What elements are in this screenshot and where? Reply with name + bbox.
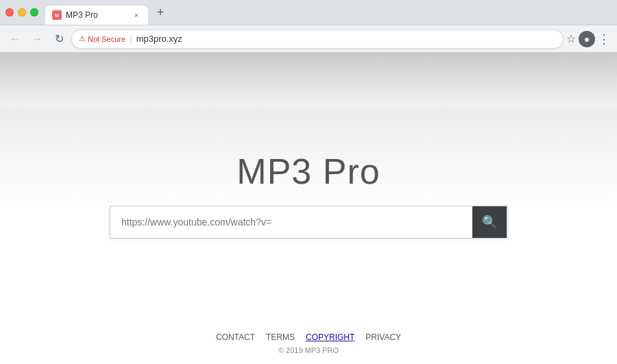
traffic-lights — [5, 8, 38, 16]
reload-button[interactable]: ↻ — [49, 29, 69, 49]
footer-link-terms[interactable]: TERMS — [266, 332, 295, 342]
title-bar: M MP3 Pro × + — [0, 0, 617, 25]
profile-icon: ● — [584, 34, 590, 45]
close-window-button[interactable] — [5, 8, 14, 16]
footer-link-privacy[interactable]: PRIVACY — [365, 332, 401, 342]
address-bar: ← → ↻ ⚠ Not Secure | mp3pro.xyz ☆ ● ⋮ — [0, 25, 617, 52]
forward-icon: → — [32, 33, 43, 45]
tab-bar: M MP3 Pro × + — [45, 0, 612, 25]
warning-icon: ⚠ — [79, 34, 86, 43]
not-secure-label: Not Secure — [88, 35, 125, 43]
footer-copyright: © 2019 MP3 PRO — [278, 346, 339, 354]
tab-favicon: M — [52, 10, 62, 20]
menu-button[interactable]: ⋮ — [598, 32, 612, 47]
main-content: MP3 Pro 🔍 — [110, 151, 507, 239]
reload-icon: ↻ — [55, 32, 64, 45]
tab-close-button[interactable]: × — [132, 10, 141, 20]
footer-links: CONTACT TERMS COPYRIGHT PRIVACY — [216, 332, 401, 342]
back-icon: ← — [10, 33, 21, 45]
search-bar: 🔍 — [110, 206, 507, 239]
bg-overlay — [0, 52, 617, 107]
search-icon: 🔍 — [482, 215, 497, 230]
footer-link-contact[interactable]: CONTACT — [216, 332, 255, 342]
forward-button[interactable]: → — [27, 29, 47, 49]
browser-window: M MP3 Pro × + ← → ↻ ⚠ Not Secure | mp3pr… — [0, 0, 617, 364]
tab-title: MP3 Pro — [66, 10, 98, 20]
youtube-url-input[interactable] — [110, 206, 472, 238]
address-text: mp3pro.xyz — [136, 34, 556, 44]
site-title: MP3 Pro — [237, 151, 380, 192]
new-tab-button[interactable]: + — [151, 3, 170, 22]
bookmark-button[interactable]: ☆ — [566, 32, 576, 45]
address-divider: | — [130, 34, 132, 45]
back-button[interactable]: ← — [5, 29, 25, 49]
page-footer: CONTACT TERMS COPYRIGHT PRIVACY © 2019 M… — [0, 332, 617, 364]
page-content: MP3 Pro 🔍 CONTACT TERMS COPYRIGHT PRIVAC… — [0, 52, 617, 364]
active-tab[interactable]: M MP3 Pro × — [45, 5, 148, 25]
search-button[interactable]: 🔍 — [472, 206, 507, 238]
footer-link-copyright[interactable]: COPYRIGHT — [306, 332, 354, 342]
address-input-wrap[interactable]: ⚠ Not Secure | mp3pro.xyz — [71, 29, 564, 49]
profile-button[interactable]: ● — [579, 31, 595, 47]
maximize-window-button[interactable] — [30, 8, 38, 16]
minimize-window-button[interactable] — [18, 8, 26, 16]
not-secure-indicator: ⚠ Not Secure — [79, 34, 125, 43]
